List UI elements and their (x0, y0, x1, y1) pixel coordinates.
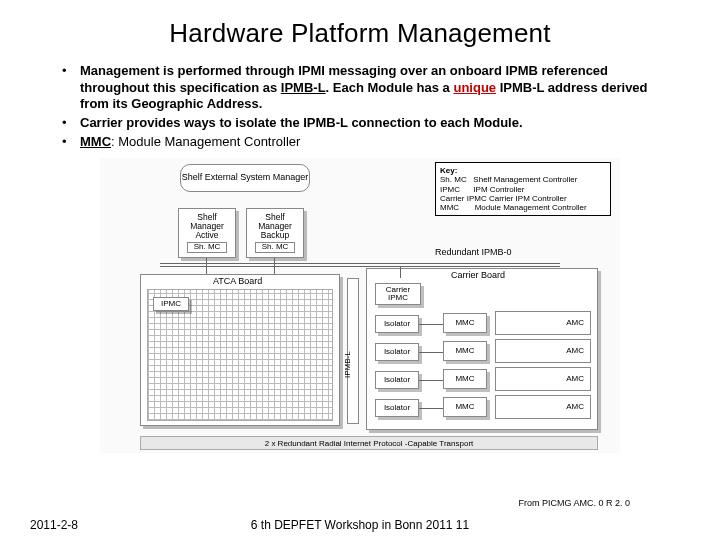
box-carrier-board: Carrier Board Carrier IPMC Isolator MMC … (366, 268, 598, 430)
bullet-1: Management is performed through IPMI mes… (60, 63, 660, 113)
bullet-list: Management is performed through IPMI mes… (60, 63, 660, 150)
box-shelf-mgr-backup: Shelf Manager Backup Sh. MC (246, 208, 304, 258)
box-isolator-2: Isolator (375, 343, 419, 361)
caption: From PICMG AMC. 0 R 2. 0 (518, 498, 630, 508)
box-mmc-3: MMC (443, 369, 487, 389)
footer-center: 6 th DEPFET Workshop in Bonn 2011 11 (0, 518, 720, 532)
box-carrier-ipmc: Carrier IPMC (375, 283, 421, 305)
label-ipmb-l: IPMB-L (343, 351, 352, 378)
box-mmc-2: MMC (443, 341, 487, 361)
bullet-3: MMC: Module Management Controller (60, 134, 660, 151)
box-mmc-1: MMC (443, 313, 487, 333)
box-isolator-1: Isolator (375, 315, 419, 333)
box-isolator-4: Isolator (375, 399, 419, 417)
box-isolator-3: Isolator (375, 371, 419, 389)
box-amc-1: AMC (495, 311, 591, 335)
box-shelf-mgr-active: Shelf Manager Active Sh. MC (178, 208, 236, 258)
box-ipmc: IPMC (153, 297, 189, 311)
box-amc-3: AMC (495, 367, 591, 391)
label-redundant-ipmb0: Redundant IPMB-0 (435, 247, 512, 257)
bullet-2: Carrier provides ways to isolate the IPM… (60, 115, 660, 132)
diagram: Shelf External System Manager Key: Sh. M… (100, 158, 620, 453)
box-atca-board: ATCA Board IPMC (140, 274, 340, 426)
key-box: Key: Sh. MC Shelf Management Controller … (435, 162, 611, 216)
box-amc-2: AMC (495, 339, 591, 363)
transport-band: 2 x Redundant Radial Internet Protocol -… (140, 436, 598, 450)
box-ext-manager: Shelf External System Manager (180, 164, 310, 192)
slide-title: Hardware Platform Management (0, 18, 720, 49)
box-mmc-4: MMC (443, 397, 487, 417)
box-amc-4: AMC (495, 395, 591, 419)
